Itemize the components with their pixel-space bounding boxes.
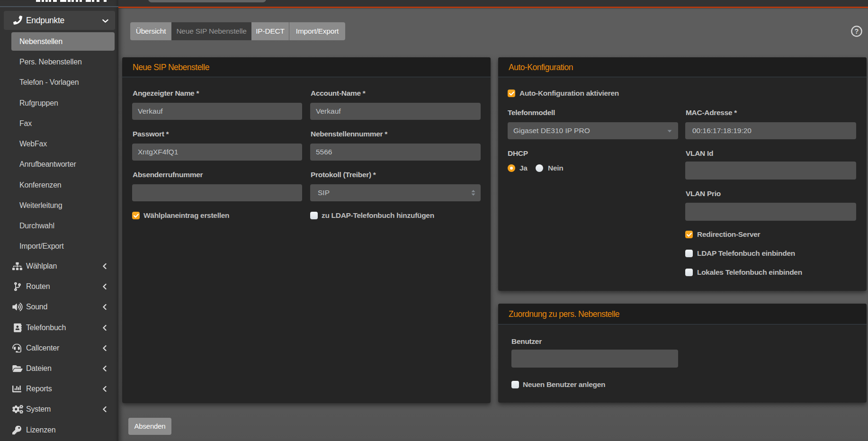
svg-text:?: ? <box>855 27 859 35</box>
